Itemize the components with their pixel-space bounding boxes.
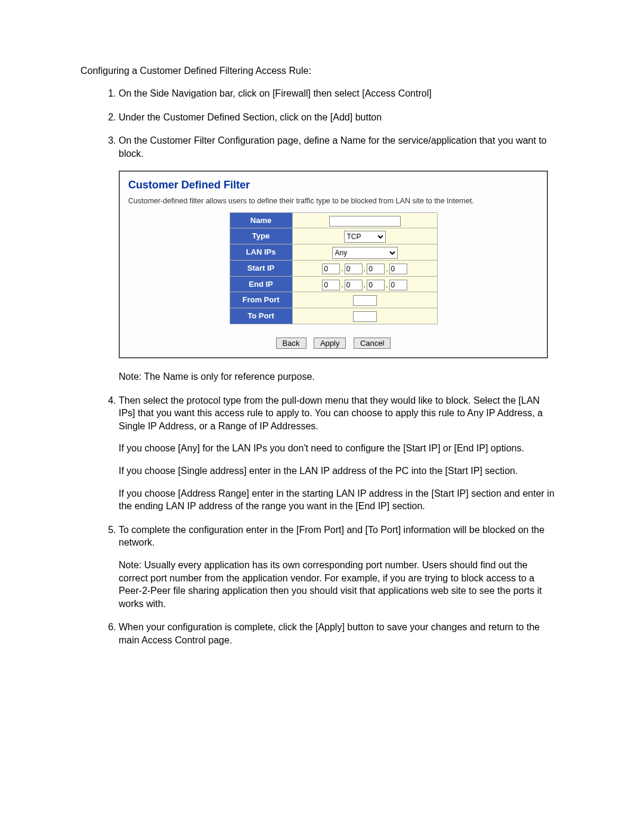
panel-title: Customer Defined Filter bbox=[120, 172, 547, 196]
label-name: Name bbox=[230, 212, 292, 228]
startip-seg3[interactable] bbox=[367, 264, 385, 274]
step-6: When your configuration is complete, cli… bbox=[119, 621, 555, 646]
toport-input[interactable] bbox=[353, 311, 377, 322]
step-1: On the Side Navigation bar, click on [Fi… bbox=[119, 87, 555, 100]
step-5-note: Note: Usually every application has its … bbox=[119, 559, 555, 610]
label-endip: End IP bbox=[230, 276, 292, 292]
label-fromport: From Port bbox=[230, 292, 292, 308]
label-toport: To Port bbox=[230, 308, 292, 324]
step-3: On the Customer Filter Configuration pag… bbox=[119, 134, 555, 383]
step-4: Then select the protocol type from the p… bbox=[119, 394, 555, 513]
endip-seg1[interactable] bbox=[322, 280, 340, 290]
steps-list: On the Side Navigation bar, click on [Fi… bbox=[95, 87, 566, 647]
type-select[interactable]: TCP bbox=[344, 231, 386, 243]
fromport-input[interactable] bbox=[353, 295, 377, 306]
step-4-text: Then select the protocol type from the p… bbox=[119, 395, 543, 431]
step-5-text: To complete the configuration enter in t… bbox=[119, 525, 544, 548]
endip-seg4[interactable] bbox=[389, 280, 407, 290]
intro-text: Configuring a Customer Defined Filtering… bbox=[80, 66, 566, 76]
step-4-p3: If you choose [Address Range] enter in t… bbox=[119, 487, 555, 513]
filter-panel: Customer Defined Filter Customer-defined… bbox=[119, 171, 548, 358]
startip-row: . . . bbox=[322, 264, 407, 274]
step-4-p2: If you choose [Single address] enter in … bbox=[119, 465, 555, 478]
back-button[interactable]: Back bbox=[276, 337, 306, 349]
apply-button[interactable]: Apply bbox=[314, 337, 346, 349]
label-startip: Start IP bbox=[230, 261, 292, 277]
startip-seg1[interactable] bbox=[322, 264, 340, 274]
startip-seg2[interactable] bbox=[345, 264, 363, 274]
step-4-p1: If you choose [Any] for the LAN IPs you … bbox=[119, 442, 555, 455]
step-3-note: Note: The Name is only for reference pur… bbox=[119, 370, 555, 383]
startip-seg4[interactable] bbox=[389, 264, 407, 274]
filter-table: Name Type TCP LAN IPs Any bbox=[230, 212, 438, 324]
cancel-button[interactable]: Cancel bbox=[354, 337, 391, 349]
step-5: To complete the configuration enter in t… bbox=[119, 524, 555, 611]
endip-seg3[interactable] bbox=[367, 280, 385, 290]
label-lanips: LAN IPs bbox=[230, 244, 292, 261]
lanips-select[interactable]: Any bbox=[332, 247, 398, 259]
endip-seg2[interactable] bbox=[345, 280, 363, 290]
panel-description: Customer-defined filter allows users to … bbox=[120, 196, 547, 212]
name-input[interactable] bbox=[329, 216, 401, 227]
endip-row: . . . bbox=[322, 280, 407, 290]
label-type: Type bbox=[230, 228, 292, 244]
step-3-text: On the Customer Filter Configuration pag… bbox=[119, 135, 547, 159]
button-row: Back Apply Cancel bbox=[120, 333, 547, 358]
step-2: Under the Customer Defined Section, clic… bbox=[119, 111, 555, 124]
